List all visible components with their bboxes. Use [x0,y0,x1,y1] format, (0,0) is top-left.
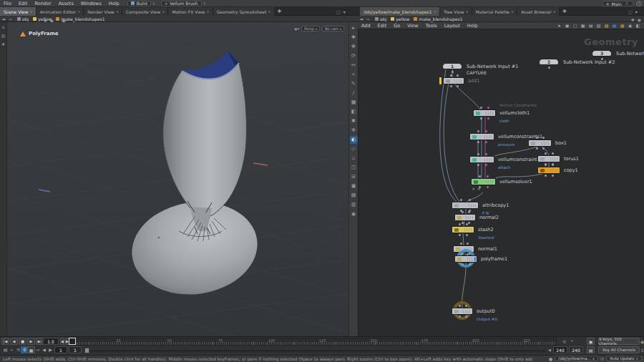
view-settings-icon[interactable]: ▥ [350,201,358,209]
desktop-spinner[interactable]: ↕ [152,1,155,6]
range-slider-handle[interactable] [84,348,89,353]
tab-render-view[interactable]: Render View▾ [84,7,122,16]
left-pane-controls[interactable]: ▢ ▾ [336,9,346,14]
path-segment-make_blendshapes1[interactable]: make_blendshapes1 [411,16,464,21]
scope-menu-icon[interactable]: ◉ [640,339,644,344]
net-menu-tools[interactable]: Tools [422,23,441,29]
node-body[interactable] [452,202,479,209]
node-normal2[interactable]: normal2 [454,214,476,221]
thumbnail-orange-icon[interactable]: ▩ [619,23,625,29]
node-body[interactable] [471,178,496,185]
menu-help[interactable]: Help [105,1,123,6]
tab-asset-browser[interactable]: Asset Browser▾ [517,7,560,16]
tab-caret-icon[interactable]: ▾ [162,10,164,14]
current-frame-field[interactable]: 1.0 [43,338,59,345]
node-attribcopy1[interactable]: attribcopy1P N [452,202,479,209]
keyframe-scope-icon[interactable]: ▣ [587,338,595,345]
node-body[interactable] [469,156,494,163]
net-menu-edit[interactable]: Edit [374,23,391,29]
tab-animation-editor[interactable]: Animation Editor▾ [36,7,84,16]
status-path-box[interactable]: /obj/yellow/ma...↕ [555,356,598,361]
align-grid-icon[interactable]: ▤ [587,23,594,29]
net-menu-help[interactable]: Help [464,23,482,29]
update-mode-selector[interactable]: Auto Update↕ [606,356,642,361]
snap-grid-icon[interactable]: ▦ [350,99,358,107]
rotate-tool-icon[interactable]: ⟳ [350,52,358,60]
node-polyframe1[interactable]: polyframe1 [454,255,477,263]
key-all-icon[interactable]: ▤ [587,346,595,353]
path-segment-obj[interactable]: obj [15,16,31,21]
recook-icon[interactable]: ⟳ [600,356,604,361]
viewport-canvas[interactable] [7,22,348,336]
wireframe-mode-icon[interactable]: ◇ [350,145,358,153]
tab-caret-icon[interactable]: ▾ [30,10,31,14]
node-copy1[interactable]: copy1 [537,167,560,174]
pane-menu-icon[interactable]: ≡ [1,24,5,29]
stop-button[interactable]: ■ [19,338,26,345]
template-geo-icon[interactable]: ▫ [350,155,358,162]
motion-fx-icon[interactable]: ⟲ [562,339,566,344]
node-stash2[interactable]: stash2Stashed [452,226,474,233]
tab--obj-yellow-make-blendshapes1[interactable]: /obj/yellow/make_blendshapes1▾ [360,7,440,16]
tab-caret-icon[interactable]: ▾ [554,10,555,14]
snapshot-icon[interactable]: ◉ [350,210,358,218]
camera-menu[interactable]: Persp▾ [301,26,320,31]
net-menu-view[interactable]: View [404,23,421,29]
right-pane-controls[interactable]: ▢ ▾ [628,9,638,14]
display-normals-icon[interactable]: ✜ [350,127,358,134]
node-vellumsolver1[interactable]: vellumsolver1A ≡ [471,178,496,185]
shaded-mode-icon[interactable]: ◐ [350,136,358,144]
forward-icon[interactable]: ➡ [9,16,12,21]
bypass-flag[interactable] [439,77,441,84]
timeline-ruler[interactable]: 255075100125150175200225 [69,338,557,346]
subnet-input-3[interactable]: 3 [592,50,612,57]
node-body[interactable] [537,167,560,174]
key-all-channels-button[interactable]: Key All Channels [598,346,640,353]
node-body[interactable] [537,155,560,162]
display-flag[interactable] [474,257,476,261]
menu-render[interactable]: Render [31,1,54,6]
maximize-pane-icon[interactable]: ▢ [628,9,633,14]
thumbnail-grey-icon[interactable]: ▧ [595,23,602,29]
node-vellumcloth1[interactable]: vellumcloth1Vellum Constraintscloth [473,109,496,117]
camera-lock-icon[interactable]: ▤ [350,192,358,200]
tool-spinner[interactable]: ↕ [203,1,206,6]
scene-viewport[interactable]: PolyFrame ◉▾ Persp▾ No cam▾ [7,22,348,336]
net-menu-go[interactable]: Go [390,23,404,29]
tab-scene-view[interactable]: Scene View▾ [0,7,36,16]
menu-assets[interactable]: Assets [55,1,77,6]
magnify-icon[interactable]: ◉ [627,23,633,29]
tab-caret-icon[interactable]: ▾ [207,10,208,14]
node-vellumconstraints1[interactable]: vellumconstraints1pressure [469,133,494,140]
subnet-input-2[interactable]: 2 [539,59,559,65]
range-slider[interactable] [87,351,545,351]
node-body[interactable] [528,140,552,147]
view-tool-icon[interactable]: ▸ [350,24,358,32]
node-body[interactable] [452,308,473,315]
grid-layout-icon[interactable]: ▦ [580,23,586,29]
tab-caret-icon[interactable]: ▾ [467,10,468,14]
node-box1[interactable]: box1 [528,140,552,147]
node-body[interactable] [454,214,476,221]
maximize-pane-icon[interactable]: ▢ [336,9,341,14]
construction-plane-icon[interactable]: ◧ [350,108,358,116]
forward-icon[interactable]: ➡ [366,16,370,21]
node-info-icon[interactable]: ◉ [638,17,641,22]
pane-menu-caret-icon[interactable]: ▾ [635,9,638,14]
node-vellumconstraints2[interactable]: vellumconstraints2attach [469,156,494,163]
handles-tool-icon[interactable]: ⌖ [350,71,358,79]
main-radial-menu[interactable]: ◉ Main ↕ [602,1,633,6]
box-pick-icon[interactable]: ▢ [572,23,578,29]
network-editor[interactable]: Geometry 1Sub-Network Input #1CAPTURE2Su… [358,29,644,336]
menu-caret-icon[interactable]: ▾ [571,339,572,343]
tab-motion-fx-view[interactable]: Motion FX View▾ [168,7,213,16]
tab-caret-icon[interactable]: ▾ [434,10,436,14]
tab-caret-icon[interactable]: ▾ [117,10,118,14]
scale-tool-icon[interactable]: ↔ [350,62,358,69]
display-points-icon[interactable]: ✱ [350,117,358,125]
playhead-marker[interactable] [69,338,76,345]
node-add1[interactable]: add1 [443,77,464,84]
message-log-icon[interactable]: ● [549,356,552,361]
split-view-icon[interactable]: ◧ [635,23,641,29]
node-body[interactable] [443,77,464,84]
